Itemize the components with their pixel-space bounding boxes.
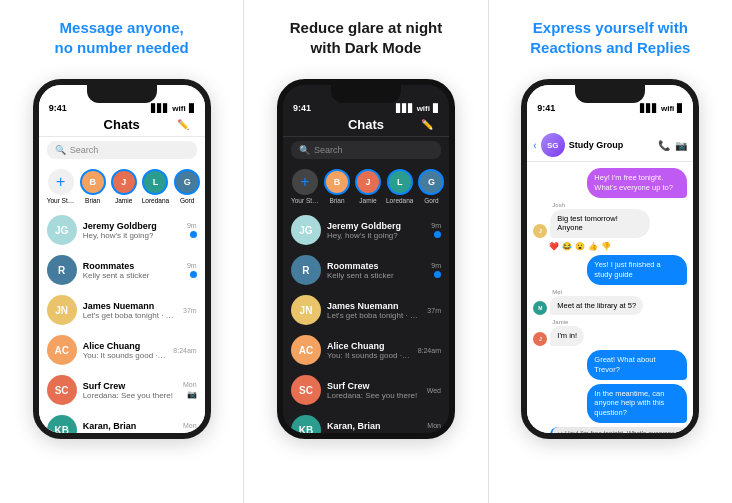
chat-james-msg-dark: Let's get boba tonight · 37m [327, 311, 421, 320]
chat-karan-name-dark: Karan, Brian [327, 421, 421, 431]
chat-karan-time: Mon [183, 422, 197, 429]
chat-alice-name-dark: Alice Chuang [327, 341, 412, 351]
chat-roommates-content-dark: Roommates Kelly sent a sticker [327, 261, 425, 280]
story-loredana-dark[interactable]: L Loredana [386, 169, 413, 204]
search-bar-dark[interactable]: 🔍 Search [291, 141, 441, 159]
compose-icon-light[interactable]: ✏️ [177, 119, 195, 130]
story-gord[interactable]: G Gord [174, 169, 200, 204]
story-loredana-label-dark: Loredana [386, 197, 413, 204]
msg-sender-jamie: Jamie [550, 319, 584, 325]
story-brian[interactable]: B Brian [80, 169, 106, 204]
phone-notch-reactions [575, 85, 645, 103]
chat-surf[interactable]: SC Surf Crew Loredana: See you there! Mo… [39, 370, 205, 410]
back-icon-reactions[interactable]: ‹ [533, 140, 536, 151]
video-call-icon[interactable]: 📷 [675, 140, 687, 151]
chat-surf-time-dark: Wed [427, 387, 441, 394]
nav-bar-light: Chats ✏️ [39, 115, 205, 137]
search-bar-light[interactable]: 🔍 Search [47, 141, 197, 159]
chat-roommates-msg: Kelly sent a sticker [83, 271, 181, 280]
chat-jeremy-dark[interactable]: JG Jeremy Goldberg Hey, how's it going? … [283, 210, 449, 250]
chat-list-light: JG Jeremy Goldberg Hey, how's it going? … [39, 210, 205, 433]
phone-notch-dark [331, 85, 401, 103]
chat-list-dark: JG Jeremy Goldberg Hey, how's it going? … [283, 210, 449, 433]
panel-2-title: Reduce glare at nightwith Dark Mode [290, 18, 443, 57]
wifi-icon-dark: wifi [417, 104, 430, 113]
story-your[interactable]: + Your Story [47, 169, 75, 204]
reaction-laugh: 😂 [562, 242, 572, 251]
chat-roommates-avatar: R [47, 255, 77, 285]
group-info-reactions: Study Group [569, 140, 655, 150]
chat-alice-content: Alice Chuang You: It sounds good · 8:24a… [83, 341, 168, 360]
chat-jeremy-time-dark: 9m [431, 222, 441, 229]
nav-title-light: Chats [67, 117, 177, 132]
story-loredana-label: Loredana [142, 197, 169, 204]
chat-james-avatar-dark: JN [291, 295, 321, 325]
story-brian-avatar: B [80, 169, 106, 195]
chat-alice-msg-dark: You: It sounds good · 8:24am [327, 351, 412, 360]
bubble-7: In the meantime, can anyone help with th… [587, 384, 687, 423]
msg-5-container: Jamie I'm in! [550, 319, 584, 346]
chat-jeremy-avatar-dark: JG [291, 215, 321, 245]
story-loredana[interactable]: L Loredana [142, 169, 169, 204]
story-add-avatar-dark: + [292, 169, 318, 195]
search-icon-dark: 🔍 [299, 145, 310, 155]
screen-light: 9:41 ▋▋▋ wifi ▊ Chats ✏️ 🔍 Search [39, 85, 205, 433]
story-jamie-dark[interactable]: J Jamie [355, 169, 381, 204]
chat-surf-avatar-dark: SC [291, 375, 321, 405]
chat-roommates-name-dark: Roommates [327, 261, 425, 271]
chat-karan[interactable]: KB Karan, Brian Karan: Nice · Mon Mon [39, 410, 205, 433]
chat-alice-avatar: AC [47, 335, 77, 365]
chat-header-reactions: ‹ SG Study Group 📞 📷 [527, 115, 693, 162]
chat-karan-name: Karan, Brian [83, 421, 177, 431]
chat-karan-avatar: KB [47, 415, 77, 433]
story-jamie-label: Jamie [115, 197, 132, 204]
bubble-2: Big test tomorrow! Anyone [550, 209, 650, 239]
chat-alice-content-dark: Alice Chuang You: It sounds good · 8:24a… [327, 341, 412, 360]
story-jamie[interactable]: J Jamie [111, 169, 137, 204]
story-loredana-avatar-dark: L [387, 169, 413, 195]
stories-row-dark: + Your Story B Brian J Jamie L Loredana [283, 163, 449, 210]
chat-karan-meta-dark: Mon [427, 422, 441, 433]
phone-light: 9:41 ▋▋▋ wifi ▊ Chats ✏️ 🔍 Search [33, 79, 211, 439]
battery-icon: ▊ [189, 104, 195, 113]
chat-roommates-dot [190, 271, 197, 278]
chat-alice[interactable]: AC Alice Chuang You: It sounds good · 8:… [39, 330, 205, 370]
chat-jeremy-avatar: JG [47, 215, 77, 245]
msg-row-4: M Mel Meet at the library at 5? [533, 289, 687, 316]
story-gord-avatar: G [174, 169, 200, 195]
story-your-label-dark: Your Story [291, 197, 319, 204]
panel-dark: Reduce glare at nightwith Dark Mode 9:41… [244, 0, 487, 449]
chat-jeremy-time: 9m [187, 222, 197, 229]
phone-call-icon[interactable]: 📞 [658, 140, 670, 151]
msg-row-6: Great! What about Trevor? [533, 350, 687, 380]
chat-karan-dot-dark [434, 431, 441, 433]
chat-james-time-dark: 37m [427, 307, 441, 314]
story-brian-dark[interactable]: B Brian [324, 169, 350, 204]
status-icons-light: ▋▋▋ wifi ▊ [151, 104, 194, 113]
compose-icon-dark[interactable]: ✏️ [421, 119, 439, 130]
chat-jeremy[interactable]: JG Jeremy Goldberg Hey, how's it going? … [39, 210, 205, 250]
phone-dark: 9:41 ▋▋▋ wifi ▊ Chats ✏️ 🔍 Search [277, 79, 455, 439]
chat-james-dark[interactable]: JN James Nuemann Let's get boba tonight … [283, 290, 449, 330]
chat-alice-dark[interactable]: AC Alice Chuang You: It sounds good · 8:… [283, 330, 449, 370]
page-wrapper: Message anyone,no number needed 9:41 ▋▋▋… [0, 0, 732, 503]
search-placeholder-dark: Search [314, 145, 343, 155]
chat-karan-msg: Karan: Nice · Mon [83, 431, 177, 434]
chat-surf-dark[interactable]: SC Surf Crew Loredana: See you there! We… [283, 370, 449, 410]
battery-icon-dark: ▊ [433, 104, 439, 113]
story-your-label: Your Story [47, 197, 75, 204]
chat-karan-dark[interactable]: KB Karan, Brian Karan: Nice · Mon Mon [283, 410, 449, 433]
chat-roommates-dark[interactable]: R Roommates Kelly sent a sticker 9m [283, 250, 449, 290]
story-gord-dark[interactable]: G Gord [418, 169, 444, 204]
chat-james-content-dark: James Nuemann Let's get boba tonight · 3… [327, 301, 421, 320]
story-your-dark[interactable]: + Your Story [291, 169, 319, 204]
chat-alice-time-dark: 8:24am [418, 347, 441, 354]
panel-light: Message anyone,no number needed 9:41 ▋▋▋… [0, 0, 243, 449]
chat-roommates[interactable]: R Roommates Kelly sent a sticker 9m [39, 250, 205, 290]
chat-karan-dot [190, 431, 197, 433]
panel-reactions: Express yourself withReactions and Repli… [489, 0, 732, 449]
story-loredana-avatar: L [142, 169, 168, 195]
chat-james[interactable]: JN James Nuemann Let's get boba tonight … [39, 290, 205, 330]
chat-surf-content-dark: Surf Crew Loredana: See you there! [327, 381, 421, 400]
msg-row-5: J Jamie I'm in! [533, 319, 687, 346]
